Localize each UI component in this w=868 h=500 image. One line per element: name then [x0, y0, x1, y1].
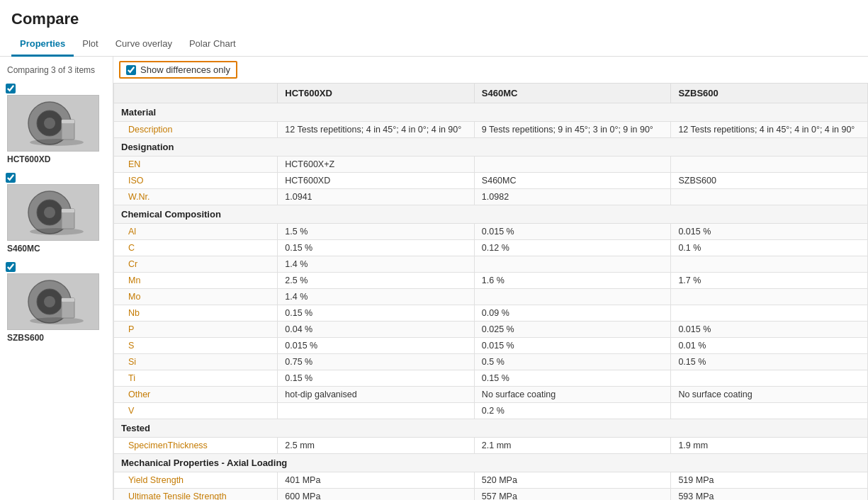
section-mechanical-properties---axial-loading: Mechanical Properties - Axial Loading — [114, 454, 868, 472]
property-value-col1: 557 MPa — [474, 489, 671, 501]
property-label: W.Nr. — [114, 189, 278, 205]
table-row: SpecimenThickness2.5 mm2.1 mm1.9 mm — [114, 438, 868, 454]
tab-polar-chart[interactable]: Polar Chart — [181, 33, 244, 57]
property-value-col2: 1.7 % — [671, 273, 868, 289]
section-header: Chemical Composition — [114, 205, 868, 224]
product-label-SZBS600: SZBS600 — [7, 333, 44, 343]
property-value-col0: 2.5 mm — [278, 438, 475, 454]
section-header: Mechanical Properties - Axial Loading — [114, 454, 868, 472]
tab-curve-overlay[interactable]: Curve overlay — [107, 33, 181, 57]
property-value-col0: 1.5 % — [278, 224, 475, 240]
property-label: Ultimate Tensile Strength — [114, 489, 278, 501]
property-value-col1: 1.0982 — [474, 189, 671, 205]
property-label: S — [114, 338, 278, 354]
table-row: S0.015 %0.015 %0.01 % — [114, 338, 868, 354]
table-row: P0.04 %0.025 %0.015 % — [114, 322, 868, 338]
property-value-col1: 0.12 % — [474, 240, 671, 256]
property-value-col0: hot-dip galvanised — [278, 387, 475, 403]
table-body: MaterialDescription12 Tests repetitions;… — [114, 103, 868, 501]
product-image-HCT600XD — [7, 95, 99, 152]
property-value-col0: 1.4 % — [278, 289, 475, 305]
table-row: Nb0.15 %0.09 % — [114, 305, 868, 322]
property-value-col1 — [474, 289, 671, 305]
show-diff-box: Show differences only — [119, 61, 237, 79]
header-col-2: SZBS600 — [671, 84, 868, 103]
property-value-col1: 9 Tests repetitions; 9 in 45°; 3 in 0°; … — [474, 122, 671, 138]
property-value-col1: 0.025 % — [474, 322, 671, 338]
property-value-col0: 0.15 % — [278, 305, 475, 322]
property-label: ISO — [114, 173, 278, 189]
property-value-col2 — [671, 403, 868, 419]
svg-rect-5 — [62, 120, 74, 123]
product-image-S460MC — [7, 184, 99, 241]
show-diff-row: Show differences only — [113, 57, 868, 83]
checkbox-HCT600XD[interactable] — [6, 84, 16, 93]
property-value-col1: 0.015 % — [474, 224, 671, 240]
property-value-col1: 1.6 % — [474, 273, 671, 289]
property-value-col0: 401 MPa — [278, 472, 475, 489]
property-value-col0: 0.04 % — [278, 322, 475, 338]
page-title: Compare — [0, 0, 868, 33]
section-material: Material — [114, 103, 868, 122]
header-property — [114, 84, 278, 103]
svg-point-2 — [44, 118, 55, 129]
property-value-col0: 0.15 % — [278, 240, 475, 256]
property-value-col0: 0.15 % — [278, 370, 475, 387]
property-value-col0: 2.5 % — [278, 273, 475, 289]
table-row: Si0.75 %0.5 %0.15 % — [114, 354, 868, 370]
property-label: EN — [114, 157, 278, 173]
property-value-col1: 2.1 mm — [474, 438, 671, 454]
property-label: C — [114, 240, 278, 256]
property-value-col2: 0.01 % — [671, 338, 868, 354]
property-value-col2: 1.9 mm — [671, 438, 868, 454]
sidebar-item-S460MC: S460MC — [0, 170, 113, 259]
sidebar-item-HCT600XD: HCT600XD — [0, 81, 113, 170]
property-value-col2: 593 MPa — [671, 489, 868, 501]
table-row: V0.2 % — [114, 403, 868, 419]
main-content: Comparing 3 of 3 items HCT600XD S460MC — [0, 57, 868, 500]
checkbox-S460MC[interactable] — [6, 173, 16, 183]
property-label: Description — [114, 122, 278, 138]
property-value-col2: 12 Tests repetitions; 4 in 45°; 4 in 0°;… — [671, 122, 868, 138]
property-label: Si — [114, 354, 278, 370]
property-label: P — [114, 322, 278, 338]
table-row: Mo1.4 % — [114, 289, 868, 305]
section-header: Tested — [114, 419, 868, 438]
property-value-col2: SZBS600 — [671, 173, 868, 189]
sidebar: Comparing 3 of 3 items HCT600XD S460MC — [0, 57, 113, 500]
section-designation: Designation — [114, 138, 868, 157]
table-row: Otherhot-dip galvanisedNo surface coatin… — [114, 387, 868, 403]
svg-rect-11 — [62, 209, 74, 212]
section-chemical-composition: Chemical Composition — [114, 205, 868, 224]
header-col-0: HCT600XD — [278, 84, 475, 103]
property-value-col2 — [671, 157, 868, 173]
section-header: Designation — [114, 138, 868, 157]
property-value-col2: 0.015 % — [671, 322, 868, 338]
svg-point-14 — [44, 296, 55, 307]
table-row: Al1.5 %0.015 %0.015 % — [114, 224, 868, 240]
property-value-col1: S460MC — [474, 173, 671, 189]
table-row: Ultimate Tensile Strength600 MPa557 MPa5… — [114, 489, 868, 501]
property-value-col2: 519 MPa — [671, 472, 868, 489]
property-value-col0: 600 MPa — [278, 489, 475, 501]
property-value-col0: 0.015 % — [278, 338, 475, 354]
property-label: Ti — [114, 370, 278, 387]
property-value-col1: No surface coating — [474, 387, 671, 403]
tab-properties[interactable]: Properties — [11, 33, 74, 57]
table-row: Mn2.5 %1.6 %1.7 % — [114, 273, 868, 289]
section-tested: Tested — [114, 419, 868, 438]
property-value-col1: 0.15 % — [474, 370, 671, 387]
content-area: Show differences only HCT600XD S460MC SZ… — [113, 57, 868, 500]
compare-info: Comparing 3 of 3 items — [0, 62, 113, 81]
property-value-col0: HCT600XD — [278, 173, 475, 189]
checkbox-SZBS600[interactable] — [6, 262, 16, 272]
show-diff-label[interactable]: Show differences only — [140, 64, 230, 75]
property-label: Cr — [114, 256, 278, 273]
table-row: Cr1.4 % — [114, 256, 868, 273]
tab-bar: Properties Plot Curve overlay Polar Char… — [0, 33, 868, 57]
property-value-col2 — [671, 289, 868, 305]
property-value-col2: 0.15 % — [671, 354, 868, 370]
show-diff-checkbox[interactable] — [126, 65, 136, 75]
property-label: Nb — [114, 305, 278, 322]
tab-plot[interactable]: Plot — [74, 33, 106, 57]
